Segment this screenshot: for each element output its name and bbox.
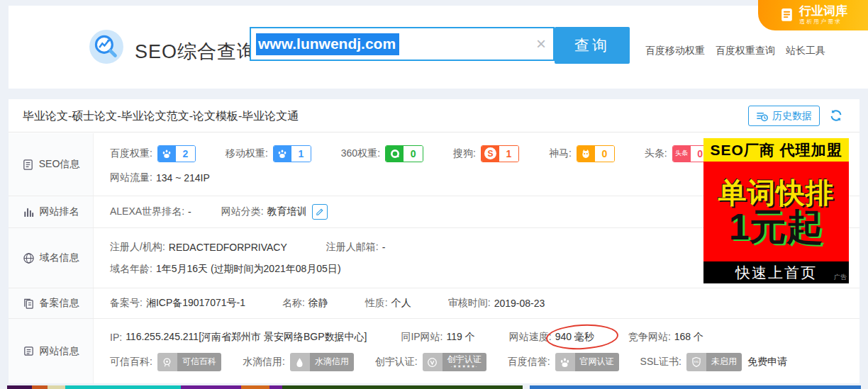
- bottom-banner-strip: [7, 385, 868, 389]
- trusted-baike: 可信百科: 可信百科: [110, 353, 221, 371]
- seo-query-logo-icon: [89, 29, 124, 64]
- ad-line1: SEO厂商 代理加盟: [703, 138, 849, 162]
- ip-info: IP: 116.255.245.211[河南省郑州市 景安网络BGP数据中心]: [110, 331, 367, 344]
- 360-ring-icon: [386, 146, 404, 162]
- traffic-label: 网站流量:: [110, 171, 152, 184]
- water-drop-icon: [290, 353, 310, 371]
- weight-360: 360权重: 0: [341, 145, 423, 162]
- document-icon: [779, 7, 794, 23]
- icp-number: 备案号: 湘ICP备19017071号-1: [110, 297, 245, 310]
- history-data-label: 历史数据: [772, 110, 812, 123]
- bar-chart-icon: [23, 206, 35, 218]
- mobile-weight: 移动权重: 1: [226, 145, 311, 162]
- v-circle-icon: [423, 353, 443, 371]
- trusted-baike-badge[interactable]: 可信百科: [157, 353, 221, 371]
- copy-doc-icon: [23, 298, 35, 310]
- sidebar-item-label: 网站排名: [40, 205, 79, 218]
- sogou-s-icon: S: [482, 146, 499, 162]
- baidu-paw-icon: [274, 146, 291, 162]
- sidebar-item-seo-info: SEO信息: [9, 133, 94, 196]
- section-site-info: 网站信息 IP: 116.255.245.211[河南省郑州市 景安网络BGP数…: [9, 319, 859, 383]
- water-drop-credit-badge[interactable]: 水滴信用: [290, 353, 354, 371]
- baidu-weight-badge[interactable]: 2: [157, 145, 196, 162]
- result-card-header: 毕业论文-硕士论文-毕业论文范文-论文模板-毕业论文通 历史数据: [9, 99, 859, 133]
- baidu-paw-icon: [158, 146, 176, 162]
- ssl-cert: SSL证书: SSL 未启用 免费申请: [640, 353, 787, 371]
- sogou-weight-badge[interactable]: S 1: [481, 145, 519, 162]
- ad-line4: 快速上首页: [735, 263, 817, 283]
- shenma-weight: 神马: 0: [549, 145, 615, 162]
- sidebar-item-label: 网站信息: [40, 345, 79, 358]
- traffic-value: 134 ~ 214IP: [156, 172, 210, 184]
- nav-link-baidu-weight-query[interactable]: 百度权重查询: [716, 45, 775, 57]
- sidebar-item-icp-info: 备案信息: [9, 288, 94, 318]
- nav-link-baidu-mobile-weight[interactable]: 百度移动权重: [645, 45, 705, 57]
- header: SEO综合查询 www.lunwendj.com × 查询 百度移动权重 百度权…: [9, 6, 868, 89]
- site-speed-value: 940 毫秒: [555, 331, 594, 342]
- clear-icon[interactable]: ×: [536, 33, 546, 55]
- registrant-email: 注册人邮箱: -: [326, 241, 386, 254]
- refresh-icon[interactable]: [828, 108, 844, 123]
- industry-thesaurus-ribbon[interactable]: 行业词库 透析用户需求: [758, 0, 868, 30]
- section-icp-info: 备案信息 备案号: 湘ICP备19017071号-1 名称: 徐静 性质: [9, 288, 859, 319]
- icp-audit-time: 审核时间: 2019-08-23: [448, 297, 545, 310]
- alexa-rank: ALEXA世界排名: -: [110, 205, 191, 218]
- icp-name: 名称: 徐静: [282, 297, 328, 310]
- pencil-icon: [315, 207, 325, 217]
- ssl-cert-badge[interactable]: SSL 未启用: [686, 353, 742, 371]
- ad-line3: 1元起: [729, 208, 823, 245]
- ad-middle: 单词快排 1元起: [703, 162, 849, 261]
- sidebar-item-label: 域名信息: [40, 252, 79, 264]
- stars-row: -★★★★★-: [451, 364, 478, 369]
- list-doc-icon: [23, 345, 35, 357]
- free-apply-link[interactable]: 免费申请: [747, 356, 787, 368]
- history-list-icon: [756, 110, 768, 122]
- search-button[interactable]: 查询: [555, 27, 630, 64]
- mobile-weight-badge[interactable]: 1: [273, 145, 311, 162]
- seo-query-page: SEO综合查询 www.lunwendj.com × 查询 百度移动权重 百度权…: [0, 0, 868, 389]
- same-ip-sites: 同IP网站: 119 个: [401, 331, 474, 344]
- edit-category-button[interactable]: [312, 204, 328, 220]
- cert-row: 可信百科: 可信百科 水滴信用:: [110, 353, 859, 371]
- water-drop-credit: 水滴信用: 水滴信用: [243, 353, 354, 371]
- ad-tag: 广告: [834, 273, 847, 282]
- ribbon-text: 行业词库 透析用户需求: [799, 5, 847, 26]
- ad-banner[interactable]: SEO厂商 代理加盟 单词快排 1元起 快速上首页 广告: [703, 138, 849, 283]
- chuangyu-cert-badge[interactable]: 创宇认证 -★★★★★-: [423, 353, 486, 371]
- sidebar-item-domain-info: 域名信息: [9, 228, 94, 288]
- baidu-paw-icon: [555, 353, 575, 371]
- sidebar-item-label: SEO信息: [39, 158, 80, 171]
- shenma-weight-badge[interactable]: 0: [577, 145, 615, 162]
- search-value: www.lunwendj.com: [256, 33, 399, 55]
- baidu-reputation: 百度信誉: 官网认证: [508, 353, 619, 371]
- globe-www-icon: [23, 252, 35, 264]
- result-card: 毕业论文-硕士论文-毕业论文范文-论文模板-毕业论文通 历史数据: [9, 99, 859, 383]
- search-input[interactable]: www.lunwendj.com ×: [250, 27, 555, 61]
- sidebar-item-site-rank: 网站排名: [9, 196, 94, 227]
- sidebar-item-site-info: 网站信息: [9, 319, 94, 383]
- site-category: 网站分类: 教育培训: [221, 204, 328, 220]
- chuangyu-cert: 创宇认证: 创宇认证 -★★★★★-: [375, 353, 486, 371]
- doc-icon: [22, 159, 34, 171]
- sogou-weight: 搜狗: S 1: [453, 145, 519, 162]
- history-data-button[interactable]: 历史数据: [748, 106, 820, 126]
- nav-link-webmaster-tools[interactable]: 站长工具: [786, 45, 825, 57]
- sidebar-item-label: 备案信息: [40, 297, 79, 310]
- ribbon-title: 行业词库: [799, 5, 847, 18]
- ad-line2: 单词快排: [718, 179, 835, 207]
- shenma-owl-icon: [577, 146, 595, 162]
- weight-360-badge[interactable]: 0: [385, 145, 423, 162]
- baidu-reputation-badge[interactable]: 官网认证: [555, 353, 619, 371]
- ad-bottom: 快速上首页 广告: [703, 261, 849, 283]
- registrant: 注册人/机构: REDACTEDFORPRIVACY: [110, 241, 287, 254]
- toutiao-chip-icon: 头条: [673, 146, 691, 162]
- ribbon-subtitle: 透析用户需求: [799, 18, 847, 26]
- medal-icon: [157, 353, 177, 371]
- svg-text:SSL: SSL: [694, 360, 699, 363]
- site-speed: 网站速度: 940 毫秒: [509, 331, 594, 344]
- ssl-shield-icon: SSL: [686, 353, 706, 371]
- toutiao-weight: 头条: 头条 0: [645, 145, 711, 162]
- site-title: 毕业论文-硕士论文-毕业论文范文-论文模板-毕业论文通: [23, 109, 299, 124]
- page-title: SEO综合查询: [135, 39, 257, 64]
- baidu-weight: 百度权重: 2: [110, 145, 196, 162]
